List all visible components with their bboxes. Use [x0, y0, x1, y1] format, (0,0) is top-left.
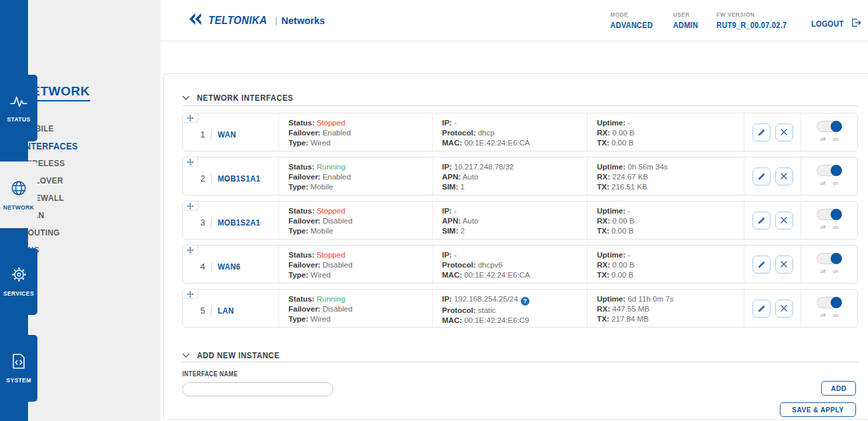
teltonika-logo[interactable]: TELTONIKA | Networks [188, 12, 325, 29]
ip-value: - [454, 207, 457, 215]
interface-name[interactable]: WAN6 [218, 262, 240, 272]
divider [182, 105, 858, 106]
toggle-labels: offon [820, 134, 839, 144]
logo-product: Networks [281, 15, 324, 26]
logout-button[interactable]: LOGOUT [811, 18, 861, 30]
delete-button[interactable] [775, 167, 793, 185]
edit-button[interactable] [752, 300, 771, 318]
status-value: Stopped [316, 207, 345, 215]
sidebar-item-label: SYSTEM [6, 377, 31, 384]
close-icon [780, 216, 788, 224]
apn-value: Auto [463, 173, 479, 181]
edit-button[interactable] [752, 167, 771, 185]
interface-row-lan: 5 LAN Status: Running Failover: Disabled… [182, 289, 858, 328]
logo-separator: | [275, 15, 278, 26]
toggle-labels: offon [820, 222, 839, 232]
drag-handle[interactable] [183, 157, 198, 167]
failover-value: Enabled [322, 129, 351, 137]
status-value: Stopped [316, 119, 345, 127]
enable-toggle[interactable] [817, 253, 842, 264]
move-icon [187, 203, 194, 209]
delete-button[interactable] [775, 300, 793, 318]
failover-value: Enabled [322, 173, 351, 181]
pencil-icon [757, 128, 766, 137]
interface-row-mob1s2a1: 3 MOB1S2A1 Status: Stopped Failover: Dis… [182, 201, 858, 240]
row-index: 4 [200, 262, 205, 272]
drag-handle[interactable] [183, 201, 198, 211]
type-value: Mobile [310, 183, 333, 191]
ip-cell: IP: 192.168.254.25/24? Protocol: static … [432, 290, 587, 327]
help-icon[interactable]: ? [521, 297, 529, 306]
interface-name-label: INTERFACE NAME [182, 370, 238, 378]
chevron-down-icon[interactable] [182, 91, 190, 103]
uptime-value: - [628, 251, 630, 259]
divider [211, 262, 212, 272]
add-button[interactable]: ADD [821, 381, 856, 396]
system-code-icon [11, 353, 26, 372]
fw-version-value[interactable]: RUT9_R_00.07.02.7 [716, 21, 787, 30]
delete-button[interactable] [775, 123, 793, 141]
actions-cell [744, 157, 801, 195]
rx-value: 0.00 B [612, 261, 634, 269]
toggle-knob [831, 209, 842, 220]
move-icon [187, 159, 194, 165]
save-apply-button[interactable]: SAVE & APPLY [780, 402, 856, 417]
uptime-value: - [628, 207, 630, 215]
mode-value[interactable]: ADVANCED [610, 21, 653, 30]
sidebar-item-status[interactable]: STATUS [0, 75, 37, 141]
interface-name[interactable]: LAN [218, 306, 234, 316]
close-icon [780, 304, 788, 312]
mac-value: 00:1E:42:24:E6:CA [464, 271, 529, 279]
status-cell: Status: Stopped Failover: Enabled Type: … [278, 113, 432, 151]
drag-handle[interactable] [183, 113, 198, 123]
sidebar-item-network[interactable]: NETWORK [0, 161, 37, 228]
drag-handle[interactable] [183, 246, 198, 255]
protocol-value: dhcpv6 [478, 261, 503, 269]
pencil-icon [757, 216, 766, 225]
tx-value: 0.00 B [612, 139, 634, 147]
enable-toggle[interactable] [817, 165, 842, 176]
edit-button[interactable] [752, 256, 771, 274]
toggle-knob [831, 121, 842, 132]
edit-button[interactable] [752, 123, 771, 141]
sidebar-item-label: SERVICES [3, 290, 34, 297]
interface-name-input[interactable] [182, 382, 333, 396]
interface-name[interactable]: MOB1S1A1 [218, 173, 260, 183]
ip-cell: IP: - APN: Auto SIM: 2 [432, 201, 587, 239]
fw-version-group: FW VERSION RUT9_R_00.07.02.7 [716, 11, 797, 30]
divider [182, 362, 858, 362]
traffic-cell: Uptime: 6d 11h 0m 7s RX: 447.55 MB TX: 2… [587, 290, 744, 327]
ip-value: - [454, 119, 457, 127]
pulse-icon [10, 94, 27, 111]
row-index: 5 [200, 306, 205, 316]
sidebar-item-label: NETWORK [3, 204, 35, 211]
mac-value: 00:1E:42:24:E6:CA [464, 139, 529, 147]
interfaces-list: 1 WAN Status: Stopped Failover: Enabled … [182, 113, 858, 328]
interface-name[interactable]: WAN [218, 129, 236, 139]
status-cell: Status: Stopped Failover: Disabled Type:… [278, 246, 432, 283]
interface-name[interactable]: MOB1S2A1 [218, 218, 260, 228]
sidebar-item-system[interactable]: SYSTEM [0, 335, 37, 402]
pencil-icon [757, 260, 766, 269]
delete-button[interactable] [775, 212, 793, 230]
protocol-value: dhcp [478, 129, 495, 137]
delete-button[interactable] [775, 256, 793, 274]
uptime-value: 0h 56m 34s [628, 163, 668, 171]
globe-icon [10, 179, 27, 199]
edit-button[interactable] [752, 212, 771, 230]
enable-toggle[interactable] [817, 297, 842, 308]
section-title: NETWORK INTERFACES [197, 93, 293, 103]
move-icon [187, 115, 194, 121]
drag-handle[interactable] [183, 290, 198, 299]
enable-toggle[interactable] [817, 121, 842, 132]
interface-row-mob1s1a1: 2 MOB1S1A1 Status: Running Failover: Ena… [182, 157, 858, 195]
network-interfaces-section-header: NETWORK INTERFACES [182, 91, 306, 103]
enable-toggle[interactable] [817, 209, 842, 220]
type-value: Wired [310, 139, 331, 147]
status-cell: Status: Running Failover: Enabled Type: … [278, 157, 432, 195]
ip-value: 10.217.248.78/32 [454, 163, 514, 171]
row-index: 2 [200, 173, 205, 183]
chevron-down-icon[interactable] [182, 349, 190, 361]
sidebar-item-services[interactable]: SERVICES [0, 248, 37, 315]
user-value[interactable]: ADMIN [673, 21, 698, 30]
